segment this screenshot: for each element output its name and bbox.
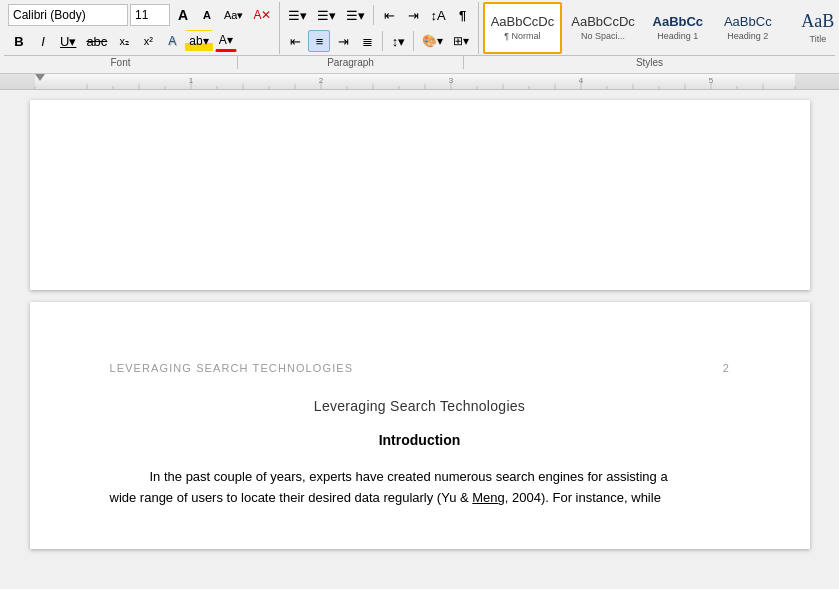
bullets-button[interactable]: ☰▾ [284,4,311,26]
svg-text:2: 2 [319,76,324,85]
toolbar: Calibri (Body) 11 A A Aa▾ A✕ B I U▾ abc … [0,0,839,74]
body-line-2-start: wide range of users to locate their desi… [110,490,661,505]
text-effects-button[interactable]: A [161,30,183,52]
page-2: LEVERAGING SEARCH TECHNOLOGIES 2 Leverag… [30,302,810,549]
italic-button[interactable]: I [32,30,54,52]
sort-button[interactable]: ↕A [426,4,449,26]
align-right-button[interactable]: ⇥ [332,30,354,52]
align-left-button[interactable]: ⇤ [284,30,306,52]
style-heading2-preview: AaBbCc [724,15,772,29]
header-left: LEVERAGING SEARCH TECHNOLOGIES [110,362,354,374]
justify-button[interactable]: ≣ [356,30,378,52]
style-heading2-label: Heading 2 [727,31,768,41]
header-right: 2 [723,362,730,374]
svg-rect-2 [795,74,839,90]
document-title: Leveraging Search Technologies [110,398,730,414]
text-highlight-button[interactable]: ab▾ [185,30,212,52]
decrease-indent-button[interactable]: ⇤ [378,4,400,26]
change-case-button[interactable]: Aa▾ [220,4,247,26]
document-subtitle: Introduction [110,432,730,448]
shading-button[interactable]: 🎨▾ [418,30,447,52]
style-title-preview: AaB [801,12,834,32]
shrink-font-button[interactable]: A [196,4,218,26]
subscript-button[interactable]: x₂ [113,30,135,52]
styles-gallery: AaBbCcDc ¶ Normal AaBbCcDc No Spaci... A… [483,2,839,54]
paragraph-section-label: Paragraph [238,56,464,69]
line-spacing-button[interactable]: ↕▾ [387,30,409,52]
svg-text:1: 1 [189,76,194,85]
style-title-label: Title [809,34,826,44]
style-no-spacing[interactable]: AaBbCcDc No Spaci... [564,2,642,54]
align-center-button[interactable]: ≡ [308,30,330,52]
ruler: 1 2 3 4 5 [0,74,839,90]
font-section-label: Font [4,56,238,69]
underlined-meng: Meng [472,490,505,505]
page-1 [30,100,810,290]
style-heading2[interactable]: AaBbCc Heading 2 [714,2,782,54]
svg-text:4: 4 [579,76,584,85]
document-body: In the past couple of years, experts hav… [110,466,730,509]
body-line-1: In the past couple of years, experts hav… [150,469,668,484]
svg-text:3: 3 [449,76,454,85]
superscript-button[interactable]: x² [137,30,159,52]
document-area: LEVERAGING SEARCH TECHNOLOGIES 2 Leverag… [0,90,839,588]
style-heading1[interactable]: AaBbCc Heading 1 [644,2,712,54]
font-color-button[interactable]: A▾ [215,30,237,52]
style-normal[interactable]: AaBbCcDc ¶ Normal [483,2,563,54]
style-normal-preview: AaBbCcDc [491,15,555,29]
numbering-button[interactable]: ☰▾ [313,4,340,26]
show-paragraph-button[interactable]: ¶ [452,4,474,26]
font-size-input[interactable]: 11 [130,4,170,26]
font-name-input[interactable]: Calibri (Body) [8,4,128,26]
style-no-spacing-label: No Spaci... [581,31,625,41]
style-heading1-preview: AaBbCc [653,15,704,29]
multilevel-list-button[interactable]: ☰▾ [342,4,369,26]
increase-indent-button[interactable]: ⇥ [402,4,424,26]
style-no-spacing-preview: AaBbCcDc [571,15,635,29]
bold-button[interactable]: B [8,30,30,52]
style-heading1-label: Heading 1 [657,31,698,41]
svg-text:5: 5 [709,76,714,85]
page-header: LEVERAGING SEARCH TECHNOLOGIES 2 [110,362,730,374]
strikethrough-button[interactable]: abc [82,30,111,52]
svg-rect-1 [0,74,35,90]
borders-button[interactable]: ⊞▾ [449,30,473,52]
clear-format-button[interactable]: A✕ [249,4,275,26]
style-normal-label: ¶ Normal [504,31,540,41]
styles-section-label: Styles [464,56,835,69]
underline-button[interactable]: U▾ [56,30,80,52]
grow-font-button[interactable]: A [172,4,194,26]
style-title[interactable]: AaB Title [784,2,839,54]
